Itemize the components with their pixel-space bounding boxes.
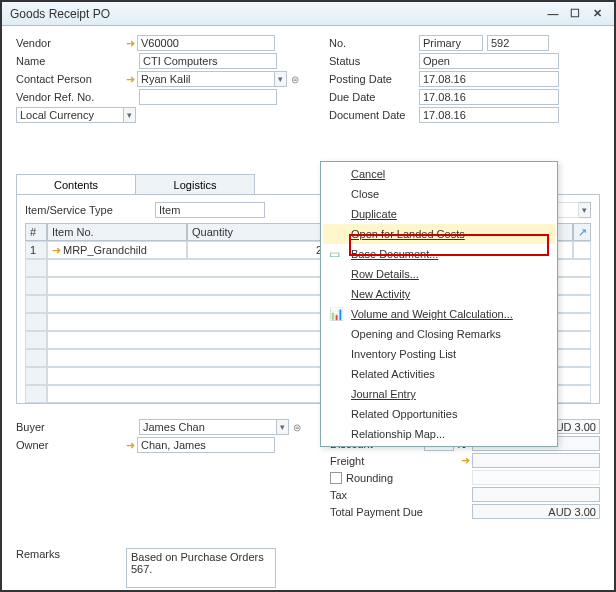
- no-type-field[interactable]: Primary: [419, 35, 483, 51]
- dropdown-icon[interactable]: ▾: [277, 419, 289, 435]
- tax-label: Tax: [330, 489, 472, 501]
- buyer-label: Buyer: [16, 421, 126, 433]
- menu-base-document[interactable]: ▭Base Document...: [323, 244, 555, 264]
- window-title: Goods Receipt PO: [10, 7, 540, 21]
- tax-value: [472, 487, 600, 502]
- menu-row-details[interactable]: Row Details...: [323, 264, 555, 284]
- link-arrow-icon[interactable]: ➜: [126, 73, 135, 86]
- link-arrow-icon[interactable]: ➜: [52, 244, 61, 257]
- no-field[interactable]: 592: [487, 35, 549, 51]
- menu-opening-closing[interactable]: Opening and Closing Remarks: [323, 324, 555, 344]
- menu-journal-entry[interactable]: Journal Entry: [323, 384, 555, 404]
- link-arrow-icon[interactable]: ➜: [461, 454, 470, 467]
- rounding-checkbox[interactable]: [330, 472, 342, 484]
- close-button[interactable]: ✕: [588, 6, 606, 22]
- col-num[interactable]: #: [25, 223, 47, 241]
- menu-related-opportunities[interactable]: Related Opportunities: [323, 404, 555, 424]
- info-icon[interactable]: ⊜: [291, 74, 299, 85]
- vendor-ref-label: Vendor Ref. No.: [16, 91, 126, 103]
- due-label: Due Date: [329, 91, 419, 103]
- menu-new-activity[interactable]: New Activity: [323, 284, 555, 304]
- col-itemno[interactable]: Item No.: [47, 223, 187, 241]
- posting-label: Posting Date: [329, 73, 419, 85]
- dropdown-icon[interactable]: ▾: [579, 202, 591, 218]
- item-service-field[interactable]: Item: [155, 202, 265, 218]
- status-field: Open: [419, 53, 559, 69]
- total-due-value: AUD 3.00: [472, 504, 600, 519]
- menu-duplicate[interactable]: Duplicate: [323, 204, 555, 224]
- no-label: No.: [329, 37, 419, 49]
- cell-item[interactable]: ➜MRP_Grandchild: [47, 241, 187, 259]
- currency-field[interactable]: Local Currency: [16, 107, 124, 123]
- buyer-field[interactable]: James Chan: [139, 419, 277, 435]
- cell-blank: [573, 241, 591, 259]
- vendor-field[interactable]: V60000: [137, 35, 275, 51]
- base-doc-icon: ▭: [329, 247, 340, 261]
- cell-qty[interactable]: 2: [187, 241, 327, 259]
- link-arrow-icon[interactable]: ➜: [126, 439, 135, 452]
- freight-value: [472, 453, 600, 468]
- remarks-field[interactable]: Based on Purchase Orders 567.: [126, 548, 276, 588]
- dropdown-icon[interactable]: ▾: [124, 107, 136, 123]
- doc-label: Document Date: [329, 109, 419, 121]
- contact-field[interactable]: Ryan Kalil: [137, 71, 275, 87]
- minimize-button[interactable]: —: [544, 6, 562, 22]
- menu-cancel[interactable]: Cancel: [323, 164, 555, 184]
- item-service-label: Item/Service Type: [25, 204, 155, 216]
- vendor-label: Vendor: [16, 37, 126, 49]
- menu-related-activities[interactable]: Related Activities: [323, 364, 555, 384]
- row-num: 1: [25, 241, 47, 259]
- remarks-label: Remarks: [16, 548, 126, 560]
- info-icon[interactable]: ⊜: [293, 422, 301, 433]
- dropdown-icon[interactable]: ▾: [275, 71, 287, 87]
- menu-relationship-map[interactable]: Relationship Map...: [323, 424, 555, 444]
- maximize-button[interactable]: ☐: [566, 6, 584, 22]
- menu-close[interactable]: Close: [323, 184, 555, 204]
- tab-logistics[interactable]: Logistics: [135, 174, 255, 194]
- contact-label: Contact Person: [16, 73, 126, 85]
- menu-open-landed-costs[interactable]: Open for Landed Costs: [323, 224, 555, 244]
- doc-field[interactable]: 17.08.16: [419, 107, 559, 123]
- status-label: Status: [329, 55, 419, 67]
- rounding-label: Rounding: [346, 472, 472, 484]
- menu-volume-weight[interactable]: 📊Volume and Weight Calculation...: [323, 304, 555, 324]
- col-qty[interactable]: Quantity: [187, 223, 327, 241]
- vendor-ref-field[interactable]: [139, 89, 277, 105]
- context-menu: Cancel Close Duplicate Open for Landed C…: [320, 161, 558, 447]
- due-field[interactable]: 17.08.16: [419, 89, 559, 105]
- chart-icon: 📊: [329, 307, 344, 321]
- menu-inventory-posting[interactable]: Inventory Posting List: [323, 344, 555, 364]
- posting-field[interactable]: 17.08.16: [419, 71, 559, 87]
- total-due-label: Total Payment Due: [330, 506, 472, 518]
- name-field[interactable]: CTI Computers: [139, 53, 277, 69]
- name-label: Name: [16, 55, 126, 67]
- rounding-value: [472, 470, 600, 485]
- owner-field[interactable]: Chan, James: [137, 437, 275, 453]
- link-arrow-icon[interactable]: ➜: [126, 37, 135, 50]
- owner-label: Owner: [16, 439, 126, 451]
- popout-icon[interactable]: ↗: [573, 223, 591, 241]
- tab-contents[interactable]: Contents: [16, 174, 136, 194]
- freight-label: Freight: [330, 455, 461, 467]
